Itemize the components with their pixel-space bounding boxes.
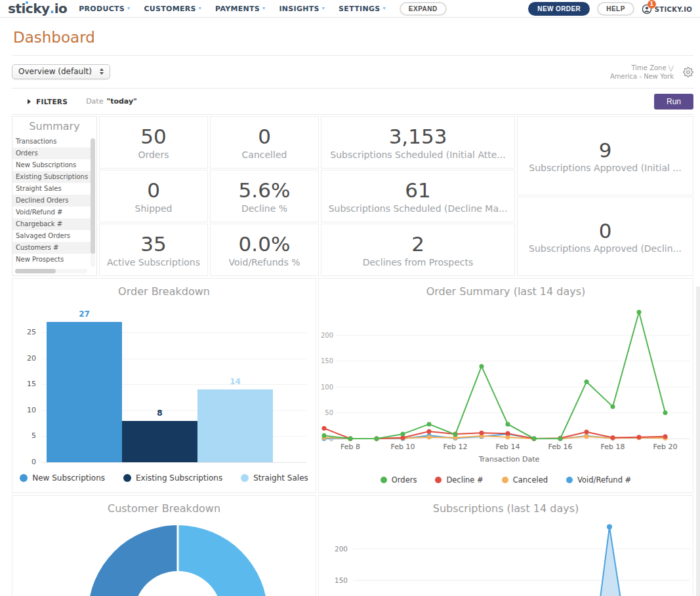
legend-marker (20, 474, 28, 482)
stat-label: Subscriptions Approved (Declin... (529, 243, 682, 254)
summary-item-salvaged-orders[interactable]: Salvaged Orders (12, 230, 91, 242)
legend-item-orders[interactable]: Orders (381, 475, 417, 485)
summary-item-straight-sales[interactable]: Straight Sales (12, 183, 91, 195)
summary-item-transactions[interactable]: Transactions (12, 136, 91, 148)
stat-label: Declines from Prospects (363, 257, 474, 268)
subscriptions-chart: 200150Subscriptions (319, 496, 693, 596)
charts-grid: Order Breakdown 051015202527814New Subsc… (12, 278, 693, 596)
summary-panel: Summary TransactionsOrdersNew Subscripti… (12, 116, 97, 276)
legend-item-void-refund-[interactable]: Void/Refund # (566, 475, 631, 485)
logo[interactable]: sticky.io (8, 1, 67, 16)
run-button[interactable]: Run (654, 94, 693, 109)
legend-item-decline-[interactable]: Decline # (435, 475, 483, 485)
order-breakdown-legend: New SubscriptionsExisting SubscriptionsS… (12, 473, 316, 483)
chart-title: Order Breakdown (12, 285, 316, 298)
y-tick-label: 200 (335, 545, 348, 553)
stat-label: Decline % (241, 203, 287, 214)
scrollbar-thumb[interactable] (91, 138, 95, 254)
legend-item-new-subscriptions[interactable]: New Subscriptions (20, 473, 105, 483)
legend-marker (241, 474, 249, 482)
bar-new-subscriptions[interactable] (47, 322, 122, 462)
filters-toggle[interactable]: FILTERS (36, 98, 68, 106)
summary-item-chargeback[interactable]: Chargeback # (12, 218, 91, 230)
chevron-down-icon: ⋁ (669, 64, 674, 71)
dashboard-view-select[interactable]: Overview (default) (12, 64, 110, 79)
filters-expand-icon[interactable] (28, 99, 31, 104)
new-order-button[interactable]: NEW ORDER (528, 2, 590, 16)
notification-badge[interactable]: 1 (648, 0, 656, 9)
stat-label: Shipped (135, 203, 173, 214)
filters-row: FILTERS Date "today" Run (12, 89, 693, 114)
nav-item-products[interactable]: PRODUCTS▾ (79, 5, 130, 13)
x-tick-labels: Feb 8Feb 10Feb 12Feb 14Feb 16Feb 18Feb 2… (340, 443, 677, 451)
stat-tile: 35Active Subscriptions (99, 224, 208, 276)
legend-label: Canceled (513, 475, 548, 485)
nav-item-insights[interactable]: INSIGHTS▾ (279, 5, 325, 13)
svg-text:Feb 18: Feb 18 (601, 443, 625, 451)
dashboard-toolbar: Overview (default) Time Zone ⋁ America -… (12, 56, 693, 88)
stat-value: 0 (147, 178, 160, 203)
summary-item-existing-subscriptions[interactable]: Existing Subscriptions (12, 171, 91, 183)
legend-item-existing-subscriptions[interactable]: Existing Subscriptions (123, 473, 222, 483)
stat-value: 0 (258, 125, 271, 149)
logo-suffix: io (54, 1, 68, 16)
gridlines: 050100150200 (321, 332, 690, 443)
stat-value: 9 (599, 138, 612, 163)
summary-vertical-scrollbar[interactable] (91, 138, 95, 267)
area-spike (590, 526, 633, 596)
legend-label: Straight Sales (253, 473, 308, 483)
summary-item-declined-orders[interactable]: Declined Orders (12, 195, 91, 207)
bar-straight-sales[interactable] (197, 389, 273, 462)
stat-value: 3,153 (389, 125, 447, 149)
bar-existing-subscriptions[interactable] (122, 421, 197, 462)
stat-tile: 2Declines from Prospects (321, 224, 515, 276)
summary-item-new-subscriptions[interactable]: New Subscriptions (12, 159, 91, 171)
nav-item-payments[interactable]: PAYMENTS▾ (215, 5, 265, 13)
nav-right-group: NEW ORDER HELP 1 STICKY.IO (528, 2, 692, 16)
account-menu[interactable]: 1 STICKY.IO (642, 3, 692, 14)
expand-button[interactable]: EXPAND (400, 2, 447, 16)
y-tick-label: 25 (20, 328, 36, 336)
svg-text:Feb 14: Feb 14 (496, 443, 520, 451)
summary-horizontal-scrollbar[interactable] (15, 269, 87, 273)
legend-item-straight-sales[interactable]: Straight Sales (241, 473, 308, 483)
stat-tile: 61Subscriptions Scheduled (Decline Ma... (321, 170, 515, 222)
date-filter-label: Date (86, 97, 103, 106)
stat-tile: 50Orders (99, 116, 208, 169)
page-scrollbar[interactable] (696, 287, 700, 596)
timezone-value: America - New York (610, 72, 674, 81)
stat-label: Orders (138, 149, 169, 160)
svg-text:Feb 10: Feb 10 (391, 443, 415, 451)
summary-item-customers[interactable]: Customers # (12, 242, 91, 254)
page-title: Dashboard (12, 29, 693, 46)
summary-item-void-refund[interactable]: Void/Refund # (12, 207, 91, 218)
svg-text:Feb 20: Feb 20 (653, 443, 678, 451)
stat-label: Void/Refunds % (229, 257, 300, 268)
legend-marker (566, 477, 573, 483)
nav-item-customers[interactable]: CUSTOMERS▾ (144, 5, 201, 13)
gear-icon[interactable] (683, 67, 693, 77)
timezone-selector[interactable]: Time Zone ⋁ America - New York (610, 64, 674, 81)
stats-row: Summary TransactionsOrdersNew Subscripti… (12, 116, 693, 276)
stat-value: 0.0% (239, 232, 291, 256)
customer-breakdown-donut (88, 525, 268, 596)
y-tick-label: 5 (20, 431, 36, 440)
summary-title: Summary (12, 120, 96, 132)
summary-list: TransactionsOrdersNew SubscriptionsExist… (12, 136, 91, 266)
logo-dot: . (50, 1, 54, 16)
legend-marker (123, 474, 131, 482)
nav-item-label: INSIGHTS (279, 5, 319, 13)
scrollbar-thumb[interactable] (15, 269, 56, 273)
y-tick-label: 10 (20, 406, 36, 414)
stat-value: 5.6% (239, 178, 291, 203)
page-content: Dashboard Overview (default) Time Zone ⋁… (0, 29, 700, 596)
summary-item-new-prospects[interactable]: New Prospects (12, 254, 91, 266)
nav-item-settings[interactable]: SETTINGS▾ (339, 5, 386, 13)
legend-label: Existing Subscriptions (136, 473, 222, 483)
summary-item-orders[interactable]: Orders (12, 148, 91, 159)
legend-marker (381, 477, 387, 483)
help-button[interactable]: HELP (597, 2, 634, 16)
stat-tile: 0.0%Void/Refunds % (210, 224, 319, 276)
legend-item-canceled[interactable]: Canceled (502, 475, 548, 485)
chevron-down-icon: ▾ (127, 6, 130, 11)
